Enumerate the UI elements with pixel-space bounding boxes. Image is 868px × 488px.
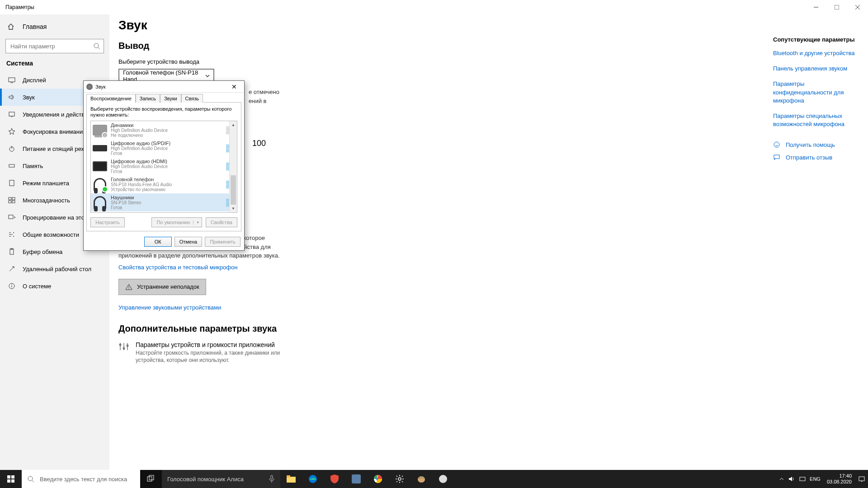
chevron-down-icon: ▼ — [193, 221, 200, 225]
scroll-up-button[interactable]: ▲ — [230, 121, 237, 129]
window-title: Параметры — [5, 4, 34, 10]
tray-volume-icon[interactable] — [788, 475, 795, 483]
close-button[interactable] — [847, 0, 868, 14]
tray-clock[interactable]: 17:40 03.08.2020 — [824, 473, 854, 485]
svg-rect-40 — [7, 475, 10, 479]
tab-playback[interactable]: Воспроизведение — [86, 94, 136, 103]
clipboard-icon — [7, 248, 16, 255]
svg-rect-43 — [11, 479, 14, 483]
notifications-icon — [7, 111, 16, 118]
svg-rect-23 — [10, 249, 14, 254]
task-view-button[interactable] — [140, 470, 162, 488]
link-mic-ease[interactable]: Параметры специальных возможностей микро… — [773, 112, 861, 128]
svg-point-27 — [11, 284, 12, 285]
troubleshoot-button[interactable]: Устранение неполадок — [118, 279, 206, 295]
svg-point-44 — [28, 476, 33, 481]
set-default-button[interactable]: По умолчанию▼ — [151, 217, 202, 227]
svg-rect-59 — [800, 477, 805, 481]
dialog-titlebar[interactable]: Звук ✕ — [84, 81, 244, 93]
device-speakers[interactable]: ↓ ДинамикиHigh Definition Audio DeviceНе… — [91, 121, 237, 139]
device-spdif[interactable]: Цифровое аудио (S/PDIF)High Definition A… — [91, 139, 237, 157]
volume-value: 100 — [252, 139, 266, 148]
app-explorer[interactable] — [280, 470, 302, 488]
microphone-icon — [269, 475, 275, 483]
app-volume-option[interactable]: Параметры устройств и громкости приложен… — [118, 341, 762, 365]
app-generic1[interactable] — [345, 470, 367, 488]
properties-button[interactable]: Свойства — [206, 217, 237, 227]
ok-button[interactable]: ОК — [144, 237, 172, 247]
svg-rect-13 — [9, 197, 11, 200]
scroll-thumb[interactable] — [231, 175, 236, 207]
tab-sounds[interactable]: Звуки — [160, 94, 181, 103]
app-edge[interactable] — [302, 470, 324, 488]
nav-remote[interactable]: Удаленный рабочий стол — [0, 260, 109, 277]
device-list[interactable]: ↓ ДинамикиHigh Definition Audio DeviceНе… — [90, 121, 237, 213]
svg-point-56 — [419, 478, 420, 479]
multitask-icon — [7, 197, 16, 204]
minimize-button[interactable] — [806, 0, 826, 14]
home-button[interactable]: Главная — [0, 18, 109, 35]
start-button[interactable] — [0, 470, 22, 488]
page-title: Звук — [118, 18, 762, 33]
tray-lang[interactable]: ENG — [810, 476, 821, 482]
svg-rect-39 — [774, 155, 779, 159]
search-input[interactable] — [5, 39, 104, 53]
link-manage-devices[interactable]: Управление звуковыми устройствами — [118, 304, 762, 311]
configure-button[interactable]: Настроить — [90, 217, 125, 227]
svg-point-36 — [774, 142, 779, 147]
app-chrome[interactable] — [367, 470, 389, 488]
tray-expand-icon[interactable] — [779, 476, 784, 482]
device-hdmi[interactable]: Цифровое аудио (HDMI)High Definition Aud… — [91, 157, 237, 175]
tab-recording[interactable]: Запись — [136, 94, 160, 103]
dialog-icon — [86, 84, 93, 90]
link-sound-cp[interactable]: Панель управления звуком — [773, 65, 861, 73]
app-paint[interactable] — [410, 470, 432, 488]
projecting-icon — [7, 214, 16, 221]
alice-assistant[interactable]: Голосовой помощник Алиса — [162, 470, 280, 488]
nav-about[interactable]: О системе — [0, 277, 109, 295]
chevron-down-icon — [205, 74, 210, 78]
send-feedback[interactable]: Отправить отзыв — [773, 154, 861, 161]
advanced-heading: Дополнительные параметры звука — [118, 324, 762, 334]
about-icon — [7, 282, 16, 290]
get-help[interactable]: Получить помощь — [773, 141, 861, 148]
dialog-tabs: Воспроизведение Запись Звуки Связь — [84, 93, 244, 102]
app-settings[interactable] — [389, 470, 410, 488]
titlebar: Параметры — [0, 0, 868, 14]
display-icon — [7, 76, 16, 84]
link-device-test[interactable]: Свойства устройства и тестовый микрофон — [118, 264, 762, 271]
svg-point-38 — [778, 144, 778, 144]
maximize-button[interactable] — [826, 0, 847, 14]
power-icon — [7, 145, 16, 152]
search-settings[interactable] — [5, 39, 104, 53]
scrollbar[interactable]: ▲ ▼ — [229, 121, 237, 212]
link-mic-privacy[interactable]: Параметры конфиденциальности для микрофо… — [773, 80, 861, 105]
related-panel: Сопутствующие параметры Bluetooth и друг… — [773, 14, 868, 470]
tab-communications[interactable]: Связь — [181, 94, 203, 103]
svg-rect-15 — [9, 201, 11, 203]
home-label: Главная — [23, 23, 47, 30]
dialog-close-button[interactable]: ✕ — [227, 83, 241, 90]
cancel-button[interactable]: Отмена — [175, 237, 202, 247]
svg-point-37 — [776, 144, 776, 144]
shared-icon — [7, 231, 16, 238]
tray-network-icon[interactable] — [799, 475, 806, 483]
scroll-down-button[interactable]: ▼ — [230, 205, 237, 212]
category-title: Система — [0, 60, 109, 71]
related-heading: Сопутствующие параметры — [773, 36, 861, 43]
tray-notifications-icon[interactable] — [858, 475, 865, 483]
storage-icon — [7, 162, 16, 169]
device-headset[interactable]: Головной телефонSN-P18 Hands-Free AG Aud… — [91, 175, 237, 193]
app-shield[interactable] — [324, 470, 345, 488]
home-icon — [7, 23, 16, 30]
spdif-icon — [93, 141, 107, 155]
app-generic2[interactable] — [432, 470, 454, 488]
link-bluetooth[interactable]: Bluetooth и другие устройства — [773, 49, 861, 57]
apply-button[interactable]: Применить — [205, 237, 241, 247]
partial-text: е отмеченоений в — [249, 88, 762, 105]
feedback-icon — [773, 154, 780, 161]
taskbar-search[interactable]: Введите здесь текст для поиска — [22, 470, 140, 488]
svg-rect-17 — [9, 215, 13, 219]
device-headphones[interactable]: НаушникиSN-P18 StereoГотов — [91, 193, 237, 211]
headset-icon — [93, 177, 107, 192]
